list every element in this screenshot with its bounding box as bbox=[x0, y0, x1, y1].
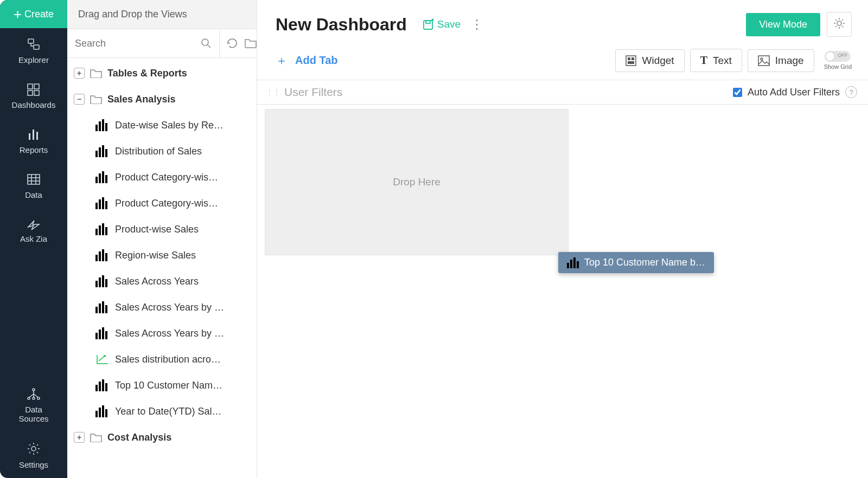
bar-chart-icon bbox=[95, 223, 110, 235]
settings-icon bbox=[27, 442, 41, 456]
folder-label: Tables & Reports bbox=[107, 68, 187, 79]
askzia-icon bbox=[27, 218, 41, 230]
bar-chart-icon bbox=[95, 171, 110, 183]
item-label: Date-wise Sales by Re… bbox=[115, 120, 224, 131]
widget-icon bbox=[626, 55, 636, 66]
tree-item[interactable]: Date-wise Sales by Re… bbox=[67, 112, 257, 138]
tree-folder[interactable]: + Cost Analysis bbox=[67, 424, 257, 450]
tree-folder[interactable]: − Sales Analysis bbox=[67, 86, 257, 112]
auto-add-label: Auto Add User Filters bbox=[748, 87, 840, 98]
svg-point-27 bbox=[837, 21, 841, 25]
dashboard-settings-button[interactable] bbox=[827, 12, 852, 37]
search-icon[interactable] bbox=[201, 38, 212, 49]
nav-label: Explorer bbox=[18, 55, 49, 64]
svg-rect-30 bbox=[631, 57, 634, 60]
tree-item[interactable]: Top 10 Customer Nam… bbox=[67, 372, 257, 398]
item-label: Sales distribution acro… bbox=[115, 354, 221, 365]
tree-item[interactable]: Sales Across Years by … bbox=[67, 320, 257, 346]
plus-icon: ＋ bbox=[276, 53, 288, 69]
svg-point-33 bbox=[761, 58, 763, 60]
tree-item[interactable]: Product Category-wis… bbox=[67, 190, 257, 216]
datasources-icon bbox=[27, 387, 41, 401]
reports-icon bbox=[27, 128, 41, 141]
svg-rect-11 bbox=[33, 130, 34, 140]
svg-rect-7 bbox=[34, 84, 39, 89]
nav-dashboards[interactable]: Dashboards bbox=[0, 73, 67, 118]
nav-data[interactable]: Data bbox=[0, 163, 67, 208]
svg-point-22 bbox=[31, 447, 36, 451]
item-label: Sales Across Years by … bbox=[115, 302, 224, 313]
nav-explorer[interactable]: Explorer bbox=[0, 28, 67, 73]
tree-item[interactable]: Sales Across Years by … bbox=[67, 294, 257, 320]
svg-point-18 bbox=[33, 389, 35, 391]
svg-rect-31 bbox=[628, 61, 634, 64]
tree-item[interactable]: Product-wise Sales bbox=[67, 216, 257, 242]
svg-rect-6 bbox=[28, 84, 33, 89]
text-button[interactable]: T Text bbox=[690, 49, 742, 72]
widget-button[interactable]: Widget bbox=[615, 49, 684, 72]
drop-zone-label: Drop Here bbox=[393, 176, 441, 188]
bar-chart-icon bbox=[95, 301, 110, 313]
item-label: Sales Across Years by … bbox=[115, 328, 224, 339]
item-label: Region-wise Sales bbox=[115, 250, 196, 261]
dashboard-title[interactable]: New Dashboard bbox=[276, 15, 407, 35]
image-icon bbox=[758, 55, 770, 66]
nav-reports[interactable]: Reports bbox=[0, 118, 67, 163]
help-icon[interactable]: ? bbox=[845, 86, 857, 98]
tree-item[interactable]: Region-wise Sales bbox=[67, 242, 257, 268]
svg-rect-28 bbox=[626, 56, 636, 66]
create-button[interactable]: + Create bbox=[0, 0, 67, 28]
auto-add-checkbox[interactable] bbox=[733, 88, 742, 97]
item-label: Top 10 Customer Nam… bbox=[115, 380, 222, 391]
svg-rect-5 bbox=[34, 45, 39, 49]
folder-label: Cost Analysis bbox=[107, 432, 171, 443]
image-button[interactable]: Image bbox=[748, 49, 814, 72]
user-filters-label: User Filters bbox=[284, 86, 342, 99]
svg-rect-12 bbox=[36, 132, 38, 140]
views-tree: + Tables & Reports − Sales AnalysisDate-… bbox=[67, 58, 257, 478]
drag-ghost: Top 10 Customer Name b… bbox=[558, 252, 714, 273]
search-input[interactable] bbox=[75, 38, 201, 49]
text-icon: T bbox=[700, 54, 707, 67]
tree-item[interactable]: Sales Across Years bbox=[67, 268, 257, 294]
new-folder-icon[interactable] bbox=[245, 38, 258, 49]
svg-point-20 bbox=[37, 397, 40, 399]
add-tab-button[interactable]: ＋ Add Tab bbox=[276, 53, 338, 69]
more-menu-icon[interactable]: ⋮ bbox=[470, 17, 483, 32]
widget-label: Widget bbox=[642, 55, 674, 67]
save-button[interactable]: Save bbox=[422, 18, 461, 31]
folder-icon bbox=[90, 432, 102, 442]
view-mode-button[interactable]: View Mode bbox=[746, 13, 820, 36]
save-icon bbox=[422, 18, 435, 31]
chart-icon bbox=[567, 257, 579, 268]
svg-point-23 bbox=[202, 39, 208, 46]
show-grid-toggle[interactable]: OFF Show Grid bbox=[824, 51, 852, 70]
folder-label: Sales Analysis bbox=[107, 94, 175, 105]
svg-point-19 bbox=[28, 397, 30, 399]
drop-zone[interactable]: Drop Here bbox=[265, 109, 569, 255]
auto-add-filters[interactable]: Auto Add User Filters bbox=[733, 87, 840, 98]
svg-rect-25 bbox=[424, 21, 432, 29]
expand-icon[interactable]: + bbox=[74, 68, 85, 79]
svg-rect-4 bbox=[28, 39, 34, 43]
nav-label: Settings bbox=[19, 460, 48, 469]
nav-label: Data Sources bbox=[18, 405, 48, 423]
refresh-icon[interactable] bbox=[226, 38, 238, 49]
tree-item[interactable]: Sales distribution acro… bbox=[67, 346, 257, 372]
tree-item[interactable]: Product Category-wis… bbox=[67, 164, 257, 190]
tree-folder[interactable]: + Tables & Reports bbox=[67, 60, 257, 86]
tree-item[interactable]: Year to Date(YTD) Sal… bbox=[67, 398, 257, 424]
expand-icon[interactable]: + bbox=[74, 432, 85, 443]
nav-label: Data bbox=[25, 190, 42, 199]
collapse-icon[interactable]: − bbox=[74, 94, 85, 105]
nav-askzia[interactable]: Ask Zia bbox=[0, 208, 67, 252]
tree-item[interactable]: Distribution of Sales bbox=[67, 138, 257, 164]
drag-grip-icon[interactable]: ⋮⋮ bbox=[266, 88, 280, 96]
bar-chart-icon bbox=[95, 275, 110, 287]
nav-settings[interactable]: Settings bbox=[0, 432, 67, 478]
nav-label: Ask Zia bbox=[20, 234, 47, 243]
nav-datasources[interactable]: Data Sources bbox=[0, 378, 67, 432]
svg-rect-9 bbox=[34, 91, 39, 95]
bar-chart-icon bbox=[95, 197, 110, 209]
svg-rect-26 bbox=[426, 21, 430, 23]
